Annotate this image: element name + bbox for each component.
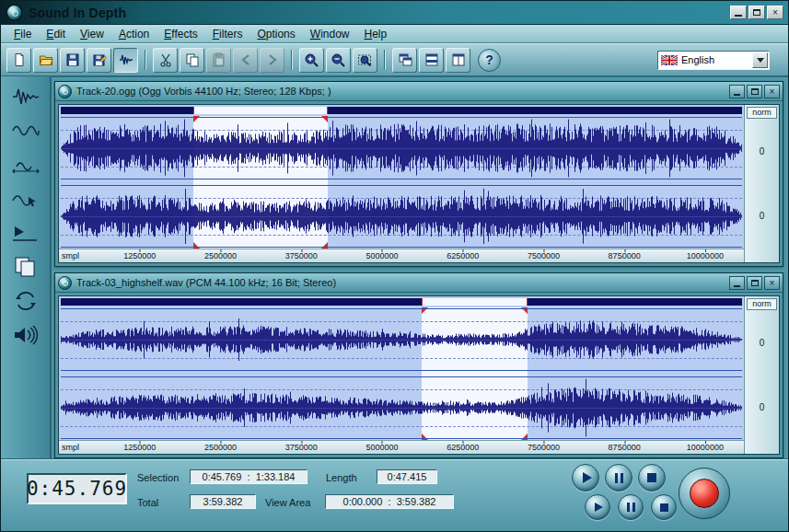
view-area-label: View Area	[265, 497, 310, 508]
paste-button[interactable]	[206, 48, 231, 73]
undo-button[interactable]	[233, 48, 258, 73]
ruler-tick: 7500000	[528, 251, 560, 260]
zoom-out-button[interactable]	[326, 48, 351, 73]
track1-titlebar[interactable]: Track-20.ogg (Ogg Vorbis 44100 Hz; Stere…	[55, 82, 783, 101]
pause-button[interactable]	[605, 464, 632, 492]
play-icon	[583, 472, 592, 483]
cut-button[interactable]	[153, 48, 178, 73]
loop-button[interactable]	[8, 288, 43, 314]
menu-filters[interactable]: Filters	[205, 26, 250, 42]
stop-button[interactable]	[638, 464, 666, 492]
menu-view[interactable]: View	[73, 26, 111, 42]
copy-button[interactable]	[180, 48, 204, 73]
track-window-2: Track-03_highshelf.wav (PCM 44.100 kHz; …	[54, 272, 783, 458]
titlebar[interactable]: Sound In Depth ×	[1, 1, 788, 25]
track1-close-button[interactable]: ×	[764, 85, 780, 98]
menu-options[interactable]: Options	[249, 26, 302, 42]
tile-vertical-button[interactable]	[446, 48, 470, 73]
total-label: Total	[137, 497, 158, 508]
app-title: Sound In Depth	[29, 6, 126, 20]
record-button[interactable]	[679, 468, 730, 519]
zero-label: 0	[745, 184, 779, 249]
toolbar-separator	[145, 50, 146, 70]
track1-restore-button[interactable]	[747, 85, 762, 98]
time-stretch-tool-button[interactable]	[8, 152, 43, 178]
zoom-in-button[interactable]	[299, 48, 324, 73]
mdi-area: Track-20.ogg (Ogg Vorbis 44100 Hz; Stere…	[51, 76, 788, 459]
channel-right	[61, 376, 742, 439]
sample-ruler: smpl 12500002500000375000050000006250000…	[59, 440, 744, 454]
play-icon	[595, 503, 603, 512]
view-area-value: 0:00.000 : 3:59.382	[325, 494, 454, 509]
overview-selection[interactable]	[193, 107, 328, 114]
sample-ruler: smpl 12500002500000375000050000006250000…	[59, 249, 744, 262]
save-button[interactable]	[60, 48, 85, 73]
waveform-plot: smpl 12500002500000375000050000006250000…	[59, 105, 744, 262]
zero-label: 0	[745, 376, 779, 441]
menu-action[interactable]: Action	[111, 26, 157, 42]
cascade-windows-button[interactable]	[392, 48, 417, 73]
track2-restore-button[interactable]	[747, 276, 762, 290]
tile-horizontal-button[interactable]	[419, 48, 444, 73]
open-file-button[interactable]	[33, 48, 58, 73]
waveform-tool-button[interactable]	[8, 84, 43, 110]
overview-bar[interactable]	[61, 298, 742, 306]
menu-file[interactable]: File	[6, 26, 39, 42]
ruler-unit: smpl	[62, 251, 79, 260]
track1-title: Track-20.ogg (Ogg Vorbis 44100 Hz; Stere…	[76, 86, 725, 97]
pause-all-button[interactable]	[618, 494, 644, 520]
ruler-tick: 3750000	[285, 251, 318, 260]
waveform-canvas[interactable]	[61, 309, 742, 370]
redo-button[interactable]	[260, 48, 284, 73]
menu-bar: File Edit View Action Effects Filters Op…	[1, 25, 788, 43]
language-value: English	[681, 54, 748, 65]
play-button[interactable]	[572, 464, 599, 492]
close-icon: ×	[770, 87, 775, 97]
channels-area	[61, 116, 742, 249]
waveform-view-button[interactable]	[113, 48, 138, 73]
language-dropdown-button[interactable]	[752, 52, 768, 68]
select-wave-tool-button[interactable]	[8, 186, 43, 212]
track2-titlebar[interactable]: Track-03_highshelf.wav (PCM 44.100 kHz; …	[55, 273, 783, 293]
waveform-canvas[interactable]	[61, 377, 742, 438]
close-icon: ×	[772, 8, 778, 17]
level-gutter: norm 0 0	[744, 105, 779, 262]
stop-all-button[interactable]	[651, 494, 677, 520]
menu-edit[interactable]: Edit	[39, 26, 73, 42]
restore-icon	[751, 280, 759, 286]
track2-close-button[interactable]: ×	[764, 276, 780, 290]
waveform-canvas[interactable]	[61, 118, 742, 179]
track1-minimize-button[interactable]	[729, 85, 745, 98]
maximize-button[interactable]	[748, 6, 765, 19]
ruler-tick: 5000000	[365, 251, 398, 260]
waveform-canvas[interactable]	[61, 186, 742, 247]
menu-window[interactable]: Window	[303, 26, 357, 42]
overview-selection[interactable]	[422, 298, 528, 306]
ruler-tick: 3750000	[285, 443, 318, 452]
track-window-1: Track-20.ogg (Ogg Vorbis 44100 Hz; Stere…	[54, 81, 783, 267]
ruler-tick: 2500000	[204, 251, 237, 260]
overview-bar[interactable]	[61, 107, 742, 114]
minimize-button[interactable]	[730, 6, 747, 19]
menu-help[interactable]: Help	[356, 26, 394, 42]
play-all-button[interactable]	[585, 494, 610, 520]
waveform-plot: smpl 12500002500000375000050000006250000…	[59, 296, 744, 454]
minimize-icon	[735, 15, 742, 17]
envelope-tool-button[interactable]	[8, 220, 43, 246]
help-button[interactable]: ?	[478, 49, 501, 72]
pause-icon	[627, 503, 635, 512]
language-select[interactable]: English	[657, 51, 770, 70]
close-button[interactable]: ×	[767, 6, 783, 19]
zero-label: 0	[745, 310, 779, 376]
restore-icon	[751, 88, 759, 95]
smooth-wave-tool-button[interactable]	[8, 118, 43, 144]
save-as-button[interactable]	[87, 48, 111, 73]
new-file-button[interactable]	[6, 48, 31, 73]
menu-effects[interactable]: Effects	[157, 26, 204, 42]
speaker-button[interactable]	[8, 322, 43, 348]
duplicate-tool-button[interactable]	[8, 254, 43, 280]
minimize-icon	[734, 94, 740, 96]
track2-minimize-button[interactable]	[729, 276, 745, 290]
zoom-selection-button[interactable]	[353, 48, 377, 73]
ruler-tick: 10000000	[687, 443, 724, 452]
